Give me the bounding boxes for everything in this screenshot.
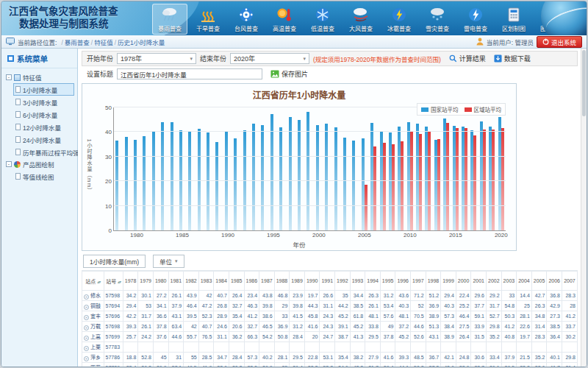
toolbar-item-暴雨普查[interactable]: 暴雨普查 [152, 4, 187, 35]
sidebar-item-等值线绘图[interactable]: 等值线绘图 [13, 170, 74, 183]
year-column-header[interactable]: 2005 [531, 272, 547, 291]
sidebar-title: 系统菜单 [1, 49, 77, 68]
unit-select[interactable]: 单位 ▾ [153, 255, 184, 268]
breadcrumb-segment[interactable]: 特征值 [94, 39, 113, 46]
year-column-header[interactable]: 2003 [501, 272, 517, 291]
year-column-header[interactable]: 2002 [487, 272, 502, 291]
year-column-header[interactable]: 1991 [320, 272, 335, 291]
lightning-icon [466, 6, 485, 24]
year-column-header[interactable]: 1983 [198, 272, 214, 291]
expand-row-icon[interactable]: + [84, 336, 89, 341]
breadcrumb-segment[interactable]: 暴雨普查 [65, 39, 90, 46]
year-column-header[interactable]: 1981 [168, 272, 184, 291]
expand-row-icon[interactable]: + [84, 315, 89, 320]
year-column-header[interactable]: 2000 [456, 272, 471, 291]
calc-result-button[interactable]: 计算结果 [449, 54, 486, 63]
toolbar-item-冰雹普查[interactable]: 冰雹普查 [381, 4, 417, 35]
bar-group-1981 [141, 107, 150, 230]
year-column-header[interactable]: 1992 [335, 272, 351, 291]
end-year-select[interactable]: 2020年 ▾ [230, 53, 309, 64]
expand-row-icon[interactable]: + [84, 325, 89, 330]
year-column-header[interactable]: 1985 [229, 272, 244, 291]
year-column-header[interactable]: 1988 [274, 272, 290, 291]
year-column-header[interactable]: 1994 [365, 272, 381, 291]
vertical-scrollbar[interactable] [581, 49, 587, 367]
expand-row-icon[interactable]: + [84, 305, 89, 310]
year-column-header[interactable]: 1993 [350, 272, 365, 291]
sidebar-item-24小时降水量[interactable]: 24小时降水量 [13, 133, 74, 146]
station-id-column-header[interactable]: 站号 ▴▾ [104, 272, 123, 291]
station-id-cell: 57789 [104, 363, 123, 367]
year-column-header[interactable]: 1998 [426, 272, 441, 291]
year-column-header[interactable]: 1990 [304, 272, 320, 291]
toolbar-item-雷电普查[interactable]: 雷电普查 [458, 4, 493, 35]
value-cell: 39.3 [123, 322, 138, 332]
sidebar-item-3小时降水量[interactable]: 3小时降水量 [13, 96, 74, 108]
save-image-button[interactable]: 保存图片 [270, 69, 308, 79]
tree-expander-icon[interactable]: - [6, 161, 12, 167]
station-name-cell[interactable]: +宜丰 [82, 311, 104, 322]
year-column-header[interactable]: 1984 [214, 272, 229, 291]
station-column-header[interactable]: 站点 ▴▾ [82, 272, 104, 291]
value-cell: 36.2 [138, 363, 154, 367]
station-name-cell[interactable]: +万载 [82, 322, 104, 332]
logout-button[interactable]: 退出系统 [537, 36, 582, 48]
station-name-cell[interactable]: +莲花 [82, 363, 104, 367]
regional-bar [437, 139, 440, 230]
station-name-cell[interactable]: +上栗 [82, 342, 104, 353]
tree-node-特征值[interactable]: -特征值 [3, 71, 76, 83]
sidebar-item-6小时降水量[interactable]: 6小时降水量 [13, 108, 74, 121]
sidebar-item-1小时降水量[interactable]: 1小时降水量 [13, 83, 74, 96]
year-column-header[interactable]: 1987 [259, 272, 275, 291]
value-cell: 26.4 [456, 332, 471, 342]
year-column-header[interactable]: 1986 [244, 272, 259, 291]
toolbar-item-低温普查[interactable]: 低温普查 [305, 4, 340, 35]
value-cell: 40.2 [259, 353, 275, 363]
year-column-header[interactable]: 2007 [562, 272, 577, 291]
regional-bar [392, 144, 395, 230]
sidebar-tree: -特征值1小时降水量3小时降水量6小时降水量12小时降水量24小时降水量历年暴雨… [1, 68, 77, 185]
station-name-cell[interactable]: +铜鼓 [82, 301, 104, 311]
breadcrumb-segment[interactable]: 历史1小时降水量 [118, 39, 165, 46]
year-column-header[interactable]: 2001 [471, 272, 487, 291]
year-column-header[interactable]: 2004 [517, 272, 532, 291]
expand-row-icon[interactable]: + [84, 356, 89, 361]
vertical-scrollbar-thumb[interactable] [582, 50, 586, 116]
year-column-header[interactable]: 1982 [184, 272, 199, 291]
sort-icon[interactable]: ▴▾ [118, 280, 121, 284]
year-column-header[interactable]: 1999 [441, 272, 456, 291]
year-column-header[interactable]: 1997 [411, 272, 426, 291]
expand-row-icon[interactable]: + [84, 294, 89, 300]
station-name-cell[interactable]: +上高 [82, 332, 104, 342]
start-year-select[interactable]: 1978年 ▾ [117, 53, 196, 64]
legend-item-国家站平均[interactable]: 国家站平均 [421, 105, 459, 113]
value-cell: 23.9 [290, 291, 305, 301]
value-cell: 52.8 [138, 353, 154, 363]
tree-expander-icon[interactable]: - [6, 74, 12, 80]
toolbar-item-台风普查[interactable]: 台风普查 [229, 4, 264, 35]
toolbar-item-干旱普查[interactable]: 干旱普查 [190, 4, 226, 35]
toolbar-item-大风普查[interactable]: 大风普查 [343, 4, 379, 35]
data-download-button[interactable]: 数据下载 [494, 54, 531, 63]
year-column-header[interactable]: 1978 [123, 272, 138, 291]
toolbar-item-高温普查[interactable]: 高温普查 [267, 4, 302, 35]
station-name-cell[interactable]: +修水 [82, 291, 104, 301]
chart-title-input[interactable] [117, 68, 262, 79]
year-column-header[interactable]: 1980 [153, 272, 168, 291]
tree-node-产品图绘制[interactable]: -产品图绘制 [3, 158, 76, 170]
station-name-cell[interactable]: +萍乡 [82, 353, 104, 363]
expand-row-icon[interactable]: + [84, 346, 89, 351]
year-column-header[interactable]: 1989 [290, 272, 305, 291]
year-column-header[interactable]: 1995 [380, 272, 395, 291]
year-column-header[interactable]: 1996 [395, 272, 411, 291]
sort-icon[interactable]: ▴▾ [97, 280, 100, 284]
value-cell: 29.4 [441, 291, 456, 301]
sidebar-item-12小时降水量[interactable]: 12小时降水量 [13, 121, 74, 133]
toolbar-item-雪灾普查[interactable]: 雪灾普查 [420, 4, 455, 35]
sidebar-item-历年暴雨过程平均强度[interactable]: 历年暴雨过程平均强度 [13, 146, 74, 158]
year-column-header[interactable]: 2006 [547, 272, 562, 291]
legend-item-区域站平均[interactable]: 区域站平均 [465, 105, 502, 113]
year-column-header[interactable]: 1979 [138, 272, 154, 291]
toolbar-item-区划制图[interactable]: 区划制图 [496, 4, 531, 35]
value-cell: 40.1 [547, 353, 562, 363]
